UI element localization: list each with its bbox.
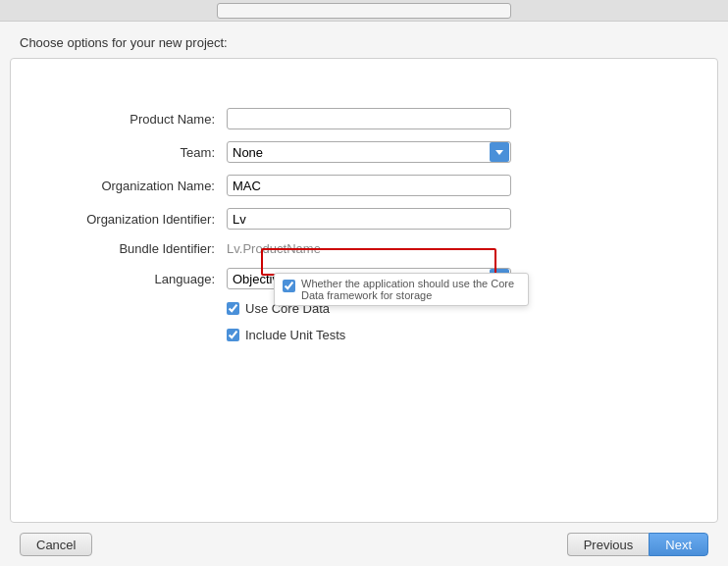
team-row: Team: None	[50, 141, 678, 163]
org-name-row: Organization Name:	[50, 175, 678, 196]
include-unit-tests-label[interactable]: Include Unit Tests	[245, 328, 345, 342]
next-button[interactable]: Next	[649, 533, 708, 556]
bundle-id-row: Bundle Identifier: Lv.ProductName	[50, 241, 678, 256]
product-name-label: Product Name:	[50, 112, 227, 127]
tooltip-popup: Whether the application should use the C…	[274, 273, 529, 306]
org-name-label: Organization Name:	[50, 179, 227, 193]
previous-button[interactable]: Previous	[567, 533, 650, 556]
dialog-content: Product Name: Team: None Organization Na…	[10, 58, 718, 523]
include-unit-tests-row: Include Unit Tests	[227, 328, 678, 342]
dialog-footer: Cancel Previous Next	[0, 523, 728, 566]
dialog-subtitle: Choose options for your new project:	[20, 35, 228, 50]
team-select[interactable]: None	[227, 141, 511, 163]
include-unit-tests-checkbox[interactable]	[227, 329, 239, 341]
product-name-row: Product Name:	[50, 108, 678, 129]
dialog: Choose options for your new project: Pro…	[0, 22, 728, 566]
use-core-data-checkbox[interactable]	[227, 302, 239, 315]
title-bar	[0, 0, 728, 22]
form-container: Product Name: Team: None Organization Na…	[50, 108, 678, 342]
org-identifier-input[interactable]	[227, 208, 511, 230]
bundle-id-value: Lv.ProductName	[227, 241, 321, 256]
team-select-wrapper: None	[227, 141, 511, 163]
bundle-id-label: Bundle Identifier:	[50, 241, 227, 256]
org-identifier-row: Organization Identifier:	[50, 208, 678, 230]
org-identifier-label: Organization Identifier:	[50, 212, 227, 227]
language-label: Language:	[50, 272, 227, 286]
product-name-input[interactable]	[227, 108, 511, 129]
title-bar-input[interactable]	[217, 3, 511, 19]
dialog-header: Choose options for your new project:	[0, 22, 728, 58]
tooltip-checkbox[interactable]	[283, 280, 295, 292]
team-label: Team:	[50, 145, 227, 160]
navigation-buttons: Previous Next	[567, 533, 708, 556]
cancel-button[interactable]: Cancel	[20, 533, 92, 556]
tooltip-text: Whether the application should use the C…	[301, 278, 520, 301]
org-name-input[interactable]	[227, 175, 511, 196]
